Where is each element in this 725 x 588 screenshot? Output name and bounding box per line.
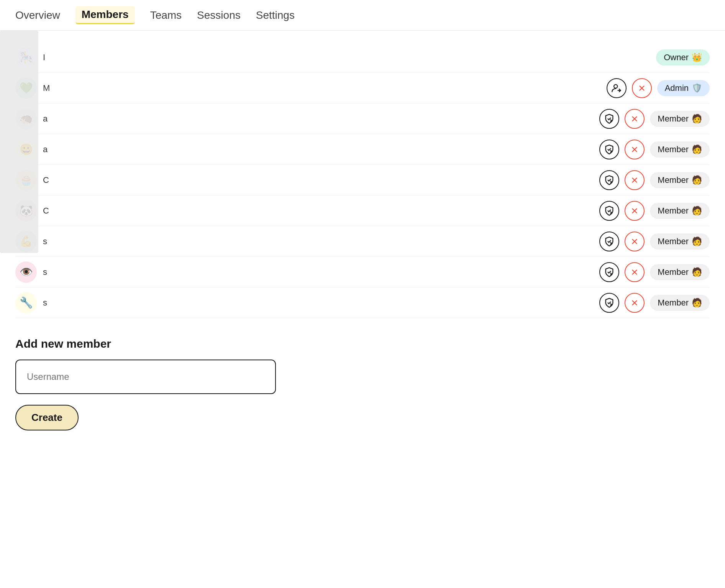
owner-label: Owner [664, 53, 689, 62]
close-icon [630, 237, 639, 246]
tab-settings[interactable]: Settings [256, 6, 295, 25]
member-label: Member [658, 237, 689, 246]
member-actions: Member 🧑 [599, 109, 710, 129]
remove-member-button[interactable] [625, 170, 645, 190]
avatar: 👁️ [15, 261, 37, 283]
tab-teams[interactable]: Teams [150, 6, 182, 25]
shield-arrow-icon [604, 175, 615, 186]
member-name: I [43, 53, 45, 62]
member-label: Member [658, 175, 689, 185]
members-list: 🎠 I Owner 👑 💚 M [15, 42, 710, 318]
tab-overview[interactable]: Overview [15, 6, 60, 25]
table-row: 🔧 s Member [15, 287, 710, 318]
close-icon [630, 268, 639, 276]
table-row: 👁️ s Member [15, 257, 710, 287]
close-icon [630, 299, 639, 307]
shield-arrow-icon [604, 267, 615, 278]
change-role-button[interactable] [599, 201, 619, 221]
remove-member-button[interactable] [625, 201, 645, 221]
member-label: Member [658, 145, 689, 154]
role-badge-member[interactable]: Member 🧑 [650, 233, 710, 250]
member-name: M [43, 83, 50, 93]
crown-icon: 👑 [692, 53, 702, 62]
shield-arrow-icon [604, 144, 615, 155]
shield-arrow-icon [604, 297, 615, 308]
remove-member-button[interactable] [625, 140, 645, 159]
role-badge-member[interactable]: Member 🧑 [650, 203, 710, 219]
table-row: 🎠 I Owner 👑 [15, 42, 710, 73]
change-role-button[interactable] [599, 170, 619, 190]
close-icon [630, 145, 639, 154]
person-icon: 🧑 [692, 237, 702, 246]
member-avatar-wrap: 🔧 s [15, 292, 100, 314]
tab-sessions[interactable]: Sessions [197, 6, 241, 25]
remove-member-button[interactable] [625, 262, 645, 282]
member-actions: Member 🧑 [599, 170, 710, 190]
close-icon [630, 207, 639, 215]
shield-arrow-icon [604, 113, 615, 124]
person-icon: 🧑 [692, 267, 702, 277]
member-actions: Member 🧑 [599, 293, 710, 313]
person-change-icon [611, 83, 622, 94]
person-icon: 🧑 [692, 114, 702, 124]
change-role-button[interactable] [599, 232, 619, 251]
role-badge-member[interactable]: Member 🧑 [650, 111, 710, 127]
member-actions: Admin 🛡️ [607, 78, 710, 98]
admin-label: Admin [665, 83, 689, 93]
member-label: Member [658, 206, 689, 216]
tab-members[interactable]: Members [75, 6, 135, 24]
role-badge-admin[interactable]: Admin 🛡️ [657, 80, 710, 96]
close-icon [630, 115, 639, 123]
member-name: a [43, 114, 48, 124]
table-row: 🧁 C Member [15, 165, 710, 195]
member-actions: Member 🧑 [599, 232, 710, 251]
role-badge-member[interactable]: Member 🧑 [650, 295, 710, 311]
change-role-button[interactable] [599, 293, 619, 313]
scrollbar[interactable] [0, 31, 38, 253]
member-name: a [43, 145, 48, 154]
person-icon: 🧑 [692, 145, 702, 154]
main-content: 🎠 I Owner 👑 💚 M [0, 31, 725, 442]
member-label: Member [658, 298, 689, 308]
shield-icon: 🛡️ [692, 83, 702, 93]
member-actions: Member 🧑 [599, 140, 710, 159]
person-icon: 🧑 [692, 298, 702, 308]
table-row: 💪 s Member [15, 226, 710, 257]
change-role-button[interactable] [607, 78, 627, 98]
shield-arrow-icon [604, 205, 615, 216]
table-row: 🦔 a Member [15, 103, 710, 134]
role-badge-member[interactable]: Member 🧑 [650, 141, 710, 158]
remove-member-button[interactable] [625, 109, 645, 129]
change-role-button[interactable] [599, 262, 619, 282]
remove-member-button[interactable] [625, 293, 645, 313]
member-name: s [43, 298, 47, 308]
table-row: 🐼 C Member [15, 195, 710, 226]
change-role-button[interactable] [599, 109, 619, 129]
member-actions: Member 🧑 [599, 201, 710, 221]
member-name: s [43, 267, 47, 277]
role-badge-member[interactable]: Member 🧑 [650, 264, 710, 280]
remove-member-button[interactable] [625, 232, 645, 251]
member-name: C [43, 206, 49, 216]
username-input[interactable] [15, 360, 276, 394]
table-row: 💚 M [15, 73, 710, 103]
member-label: Member [658, 267, 689, 277]
person-icon: 🧑 [692, 175, 702, 185]
member-avatar-wrap: 👁️ s [15, 261, 100, 283]
role-badge-member[interactable]: Member 🧑 [650, 172, 710, 188]
close-icon [638, 84, 646, 92]
shield-arrow-icon [604, 236, 615, 247]
remove-member-button[interactable] [632, 78, 652, 98]
member-name: C [43, 175, 49, 185]
create-button[interactable]: Create [15, 405, 79, 430]
change-role-button[interactable] [599, 140, 619, 159]
member-name: s [43, 237, 47, 246]
table-row: 😀 a Member [15, 134, 710, 165]
member-actions: Owner 👑 [656, 49, 710, 66]
add-member-section: Add new member Create [15, 337, 710, 430]
svg-point-0 [614, 84, 617, 88]
role-badge-owner[interactable]: Owner 👑 [656, 49, 710, 66]
add-member-title: Add new member [15, 337, 710, 350]
member-actions: Member 🧑 [599, 262, 710, 282]
person-icon: 🧑 [692, 206, 702, 216]
